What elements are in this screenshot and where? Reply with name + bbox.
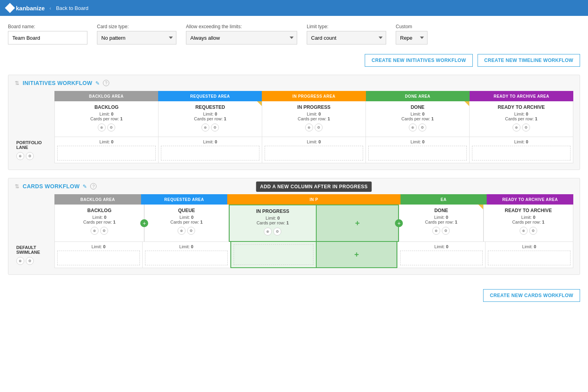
board-name-input[interactable] bbox=[8, 31, 87, 44]
cards-col-done-name: DONE bbox=[434, 208, 448, 213]
cards-col-queue-wrapper: + QUEUE Limit: 0 Cards per row: 1 ⊕ ⚙ bbox=[144, 205, 228, 242]
initiatives-col-archive: READY TO ARCHIVE Limit: 0 Cards per row:… bbox=[470, 101, 573, 137]
cards-swimlane-add-3[interactable] bbox=[400, 251, 483, 265]
initiatives-col-backlog-gear-icon[interactable]: ⚙ bbox=[107, 124, 115, 131]
cards-add-col-before-done[interactable]: + bbox=[395, 219, 403, 227]
initiatives-help-icon[interactable]: ? bbox=[103, 80, 109, 86]
cards-help-icon[interactable]: ? bbox=[90, 183, 97, 189]
cards-col-done-gear-icon[interactable]: ⚙ bbox=[442, 227, 450, 235]
initiatives-col-archive-name: READY TO ARCHIVE bbox=[498, 104, 545, 110]
cards-swimlane-limit-0: Limit: 0 bbox=[91, 244, 105, 249]
initiatives-col-inprogress-link-icon[interactable]: ⊕ bbox=[305, 124, 313, 131]
cards-swimlane-ghost-cell[interactable]: + bbox=[316, 242, 397, 267]
initiatives-swimlane-cell-2: Limit: 0 bbox=[262, 137, 366, 163]
cards-col-backlog-link-icon[interactable]: ⊕ bbox=[91, 227, 99, 235]
initiatives-columns-row: BACKLOG Limit: 0 Cards per row: 1 ⊕ ⚙ RE… bbox=[15, 101, 573, 137]
initiatives-col-requested-link-icon[interactable]: ⊕ bbox=[201, 124, 209, 131]
initiatives-col-inprogress-gear-icon[interactable]: ⚙ bbox=[315, 124, 323, 131]
cards-col-archive: READY TO ARCHIVE Limit: 0 Cards per row:… bbox=[484, 205, 573, 242]
initiatives-swimlane-add-0[interactable] bbox=[57, 146, 156, 160]
initiatives-col-requested-name: REQUESTED bbox=[195, 104, 225, 110]
cards-workflow-header: ⇅ CARDS WORKFLOW ✎ ? bbox=[15, 183, 573, 189]
cards-col-backlog: BACKLOG Limit: 0 Cards per row: 1 ⊕ ⚙ bbox=[54, 205, 144, 242]
cards-edit-icon[interactable]: ✎ bbox=[83, 183, 87, 189]
initiatives-swimlane-add-2[interactable] bbox=[265, 146, 363, 160]
cards-col-inprogress-group: IN PROGRESS Limit: 0 Cards per row: 1 ⊕ … bbox=[229, 205, 399, 242]
cards-area-backlog: BACKLOG AREA bbox=[54, 194, 141, 205]
cards-swimlane-add-0[interactable] bbox=[57, 251, 140, 265]
limit-type-label: Limit type: bbox=[307, 24, 386, 29]
cards-col-done-corner bbox=[478, 205, 483, 209]
cards-col-inprogress-link-icon[interactable]: ⊕ bbox=[264, 228, 272, 236]
cards-col-done-icons: ⊕ ⚙ bbox=[432, 227, 450, 235]
initiatives-col-backlog-link-icon[interactable]: ⊕ bbox=[98, 124, 106, 131]
allow-exceeding-label: Allow exceeding the limits: bbox=[186, 24, 297, 29]
custom-group: Custom Repe bbox=[396, 24, 427, 44]
initiatives-swimlane-cell-0: Limit: 0 bbox=[54, 137, 159, 163]
create-timeline-button[interactable]: CREATE NEW TIMELINE WORKFLOW bbox=[478, 54, 580, 67]
initiatives-lane-gear-icon[interactable]: ⚙ bbox=[26, 152, 34, 160]
initiatives-swimlane-add-3[interactable] bbox=[368, 146, 467, 160]
create-initiatives-button[interactable]: CREATE NEW INITIATIVES WORKFLOW bbox=[365, 54, 473, 67]
initiatives-swimlane-add-1[interactable] bbox=[161, 146, 259, 160]
cards-col-archive-gear-icon[interactable]: ⚙ bbox=[529, 227, 537, 235]
cards-swimlane-limit-3: Limit: 0 bbox=[434, 244, 448, 249]
create-cards-workflow-button[interactable]: CREATE NEW CARDS WORKFLOW bbox=[483, 289, 580, 302]
cards-col-new-ghost[interactable]: + bbox=[316, 205, 398, 241]
board-name-group: Board name: bbox=[8, 24, 87, 44]
initiatives-col-requested-gear-icon[interactable]: ⚙ bbox=[211, 124, 219, 131]
cards-swimlane-cell-3: Limit: 0 bbox=[397, 242, 485, 268]
cards-lane-gear-icon[interactable]: ⚙ bbox=[26, 257, 34, 265]
initiatives-swimlane-add-4[interactable] bbox=[472, 146, 571, 160]
cards-add-col-before-queue[interactable]: + bbox=[140, 219, 148, 227]
initiatives-col-done-name: DONE bbox=[411, 104, 425, 110]
cards-col-archive-link-icon[interactable]: ⊕ bbox=[520, 227, 528, 235]
header-separator: ‹ bbox=[50, 5, 51, 11]
cards-lane-link-icon[interactable]: ⊕ bbox=[16, 257, 24, 265]
initiatives-col-archive-link-icon[interactable]: ⊕ bbox=[513, 124, 520, 131]
initiatives-col-backlog-limit: Limit: 0 bbox=[99, 112, 113, 116]
logo-text: kanbanize bbox=[16, 5, 45, 12]
allow-exceeding-select[interactable]: Always allow bbox=[186, 31, 297, 44]
cards-col-done-link-icon[interactable]: ⊕ bbox=[432, 227, 440, 235]
limit-type-group: Limit type: Card count bbox=[307, 24, 386, 44]
custom-label: Custom bbox=[396, 24, 427, 29]
cards-col-queue-gear-icon[interactable]: ⚙ bbox=[187, 227, 195, 235]
initiatives-swimlane-cell-4: Limit: 0 bbox=[470, 137, 573, 163]
custom-select[interactable]: Repe bbox=[396, 31, 427, 44]
cards-swimlane-inprogress-group: + bbox=[230, 242, 397, 268]
cards-col-archive-cards: Cards per row: 1 bbox=[512, 220, 544, 224]
logo: kanbanize bbox=[6, 4, 45, 12]
cards-swimlane-add-2[interactable] bbox=[234, 244, 313, 265]
workflow-sort-icon: ⇅ bbox=[15, 80, 19, 86]
cards-swimlane-limit-1: Limit: 0 bbox=[179, 244, 193, 249]
cards-swimlane-add-4[interactable] bbox=[488, 251, 571, 265]
cards-swimlane-add-1[interactable] bbox=[145, 251, 228, 265]
cards-col-inprogress-name: IN PROGRESS bbox=[256, 209, 289, 214]
initiatives-workflow-section: ⇅ INITIATIVES WORKFLOW ✎ ? BACKLOG AREA … bbox=[8, 75, 580, 170]
cards-col-archive-name: READY TO ARCHIVE bbox=[505, 208, 552, 213]
initiatives-col-archive-gear-icon[interactable]: ⚙ bbox=[522, 124, 530, 131]
initiatives-col-archive-cards: Cards per row: 1 bbox=[505, 116, 537, 121]
initiatives-lane-label: PORTFOLIO LANE ⊕ ⚙ bbox=[15, 137, 54, 163]
cards-area-archive: READY TO ARCHIVE AREA bbox=[487, 194, 573, 205]
initiatives-lane-link-icon[interactable]: ⊕ bbox=[16, 152, 24, 160]
cards-col-queue-link-icon[interactable]: ⊕ bbox=[178, 227, 186, 235]
initiatives-col-done-link-icon[interactable]: ⊕ bbox=[409, 124, 417, 131]
cards-col-backlog-name: BACKLOG bbox=[87, 208, 112, 213]
cards-col-inprogress-gear-icon[interactable]: ⚙ bbox=[273, 228, 281, 236]
card-size-select[interactable]: No pattern bbox=[97, 31, 176, 44]
cards-col-queue-cards: Cards per row: 1 bbox=[170, 220, 203, 224]
back-to-board-link[interactable]: Back to Board bbox=[56, 5, 89, 11]
limit-type-select[interactable]: Card count bbox=[307, 31, 386, 44]
cards-col-backlog-gear-icon[interactable]: ⚙ bbox=[100, 227, 108, 235]
initiatives-col-backlog-cards: Cards per row: 1 bbox=[90, 116, 122, 121]
initiatives-edit-icon[interactable]: ✎ bbox=[95, 80, 100, 86]
cards-area-requested: REQUESTED AREA bbox=[141, 194, 228, 205]
initiatives-swimlane-limit-4: Limit: 0 bbox=[514, 139, 528, 144]
initiatives-col-requested-icons: ⊕ ⚙ bbox=[201, 124, 219, 131]
initiatives-col-requested-corner bbox=[257, 101, 262, 106]
initiatives-col-done-gear-icon[interactable]: ⚙ bbox=[418, 124, 426, 131]
initiatives-workflow-header: ⇅ INITIATIVES WORKFLOW ✎ ? bbox=[15, 80, 573, 86]
cards-col-queue-name: QUEUE bbox=[178, 208, 195, 213]
